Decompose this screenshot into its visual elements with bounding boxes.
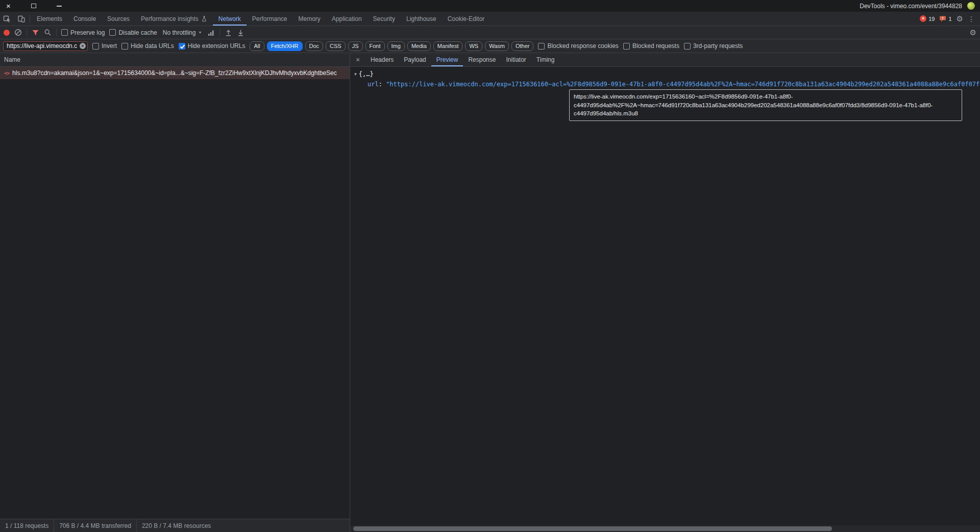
toolbar-separator <box>219 29 220 37</box>
clear-filter-icon[interactable]: × <box>80 43 86 49</box>
detail-tab-initiator[interactable]: Initiator <box>501 53 531 66</box>
network-toolbar: Preserve log Disable cache No throttling… <box>0 26 980 39</box>
hide-extension-urls-checkbox[interactable]: Hide extension URLs <box>179 42 246 50</box>
horizontal-scrollbar-thumb[interactable] <box>353 526 832 531</box>
horizontal-scrollbar-track[interactable] <box>350 525 980 532</box>
chip-wasm[interactable]: Wasm <box>485 41 509 51</box>
request-row-selected[interactable]: <> hls.m3u8?cdn=akamai&json=1&~exp=17156… <box>0 67 350 79</box>
devtools-window: × DevTools - vimeo.com/event/3944828 <box>0 0 980 532</box>
preserve-log-checkbox[interactable]: Preserve log <box>61 29 105 36</box>
more-options-kebab-icon[interactable]: ⋮ <box>968 15 975 22</box>
tab-label: Performance <box>252 15 287 22</box>
chip-fetch-xhr[interactable]: Fetch/XHR <box>267 41 303 51</box>
disable-cache-checkbox[interactable]: Disable cache <box>109 29 157 36</box>
network-settings-gear-icon[interactable]: ⚙ <box>970 29 976 36</box>
tab-label: Security <box>373 15 395 22</box>
issues-icon <box>939 15 946 22</box>
issue-count: 1 <box>948 16 951 22</box>
toolbar-separator <box>56 29 57 37</box>
chip-ws[interactable]: WS <box>465 41 482 51</box>
devtools-tabbar: Elements Console Sources Performance ins… <box>0 12 980 26</box>
network-filter-input[interactable] <box>7 42 80 50</box>
detail-tab-preview[interactable]: Preview <box>431 53 463 66</box>
blocked-requests-checkbox[interactable]: Blocked requests <box>623 42 679 50</box>
detail-tab-response[interactable]: Response <box>463 53 501 66</box>
checkbox-box <box>623 43 630 50</box>
profile-avatar[interactable] <box>967 2 975 10</box>
tab-label: Sources <box>107 15 130 22</box>
import-har-button[interactable] <box>225 29 232 36</box>
chip-other[interactable]: Other <box>511 41 534 51</box>
chip-js[interactable]: JS <box>348 41 363 51</box>
chip-media[interactable]: Media <box>407 41 431 51</box>
fetch-request-icon: <> <box>4 70 9 76</box>
name-column-header[interactable]: Name <box>0 53 350 67</box>
chip-font[interactable]: Font <box>365 41 385 51</box>
issues-badge[interactable]: 1 <box>939 15 951 22</box>
tab-security[interactable]: Security <box>368 12 401 26</box>
tab-label: Network <box>218 15 241 22</box>
filter-toggle-button[interactable] <box>32 29 39 36</box>
third-party-requests-checkbox[interactable]: 3rd-party requests <box>684 42 743 50</box>
clear-network-log-button[interactable] <box>14 29 22 36</box>
tab-performance[interactable]: Performance <box>247 12 293 26</box>
json-url-property-line: url: "https://live-ak.vimeocdn.com/exp=1… <box>354 81 980 88</box>
url-tooltip: https://live-ak.vimeocdn.com/exp=1715636… <box>569 89 962 121</box>
tab-label: Cookie-Editor <box>448 15 485 22</box>
checkbox-box <box>121 43 128 50</box>
chip-css[interactable]: CSS <box>326 41 346 51</box>
detail-tab-label: Response <box>468 56 496 63</box>
network-conditions-button[interactable] <box>207 29 215 36</box>
name-header-label: Name <box>4 56 20 63</box>
tabbar-right-controls: × 19 1 ⚙ ⋮ <box>920 12 980 26</box>
tab-elements[interactable]: Elements <box>31 12 68 26</box>
chip-doc[interactable]: Doc <box>305 41 324 51</box>
chip-all[interactable]: All <box>250 41 264 51</box>
tab-label: Console <box>74 15 96 22</box>
tab-label: Elements <box>37 15 62 22</box>
tab-lighthouse[interactable]: Lighthouse <box>401 12 442 26</box>
network-conditions-icon <box>207 29 215 36</box>
export-har-button[interactable] <box>237 29 244 36</box>
invert-checkbox[interactable]: Invert <box>92 42 117 50</box>
chip-img[interactable]: Img <box>387 41 405 51</box>
tab-performance-insights[interactable]: Performance insights <box>135 12 213 26</box>
detail-tab-timing[interactable]: Timing <box>531 53 560 66</box>
throttling-dropdown[interactable]: No throttling ▼ <box>162 29 203 36</box>
inspect-element-button[interactable] <box>0 12 14 26</box>
console-errors-badge[interactable]: × 19 <box>920 15 935 22</box>
tab-label: Memory <box>299 15 321 22</box>
window-maximize-icon[interactable] <box>31 4 36 8</box>
device-toolbar-button[interactable] <box>14 12 29 26</box>
detail-tab-label: Initiator <box>506 56 526 63</box>
expand-triangle-icon[interactable]: ▼ <box>354 72 357 77</box>
request-type-chips: All Fetch/XHR Doc CSS JS Font Img Media … <box>250 41 533 51</box>
hide-data-urls-checkbox[interactable]: Hide data URLs <box>121 42 174 50</box>
chip-manifest[interactable]: Manifest <box>433 41 463 51</box>
detail-tab-payload[interactable]: Payload <box>399 53 431 66</box>
tab-cookie-editor[interactable]: Cookie-Editor <box>442 12 491 26</box>
tab-console[interactable]: Console <box>68 12 102 26</box>
record-network-log-button[interactable] <box>4 30 10 36</box>
checkbox-box <box>684 43 691 50</box>
toolbar-separator <box>27 29 27 37</box>
chevron-down-icon: ▼ <box>198 31 202 34</box>
search-button[interactable] <box>44 29 52 36</box>
tab-network[interactable]: Network <box>213 12 247 26</box>
settings-gear-icon[interactable]: ⚙ <box>957 15 963 22</box>
window-minimize-icon[interactable] <box>57 6 62 7</box>
close-detail-icon[interactable]: × <box>350 53 365 66</box>
tab-memory[interactable]: Memory <box>293 12 326 26</box>
detail-tab-headers[interactable]: Headers <box>365 53 399 66</box>
checkbox-box-checked <box>179 43 185 50</box>
disable-cache-label: Disable cache <box>118 29 157 36</box>
error-icon: × <box>920 15 926 22</box>
detail-tab-label: Payload <box>404 56 426 63</box>
hide-data-urls-label: Hide data URLs <box>131 42 174 50</box>
window-close-icon[interactable]: × <box>6 2 11 10</box>
inspect-cursor-icon <box>3 15 11 23</box>
tab-application[interactable]: Application <box>326 12 368 26</box>
blocked-response-cookies-checkbox[interactable]: Blocked response cookies <box>538 42 618 50</box>
tab-sources[interactable]: Sources <box>102 12 135 26</box>
preview-tree: ▼ {,…} url: "https://live-ak.vimeocdn.co… <box>350 67 980 532</box>
